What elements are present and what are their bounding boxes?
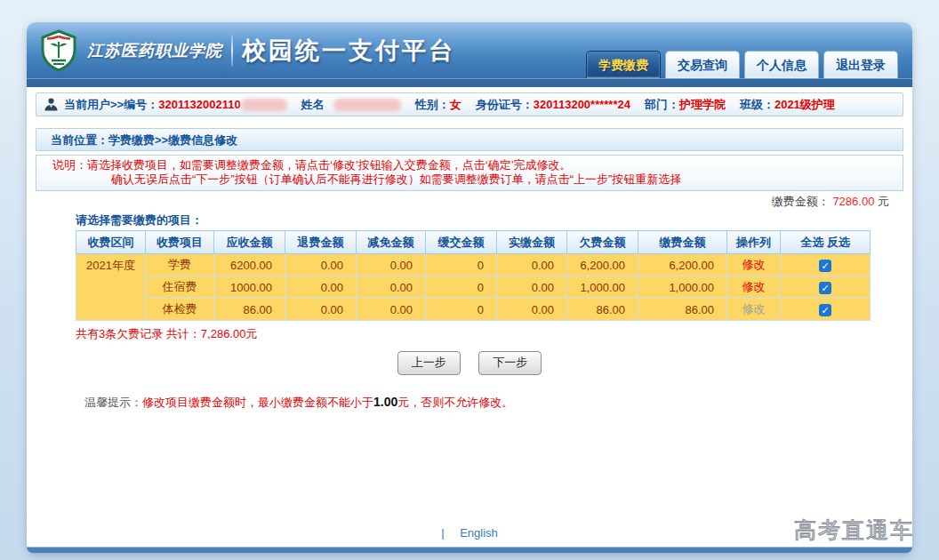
col-select: 全选 反选 (781, 231, 871, 254)
next-step-button[interactable]: 下一步 (478, 351, 542, 375)
select-all-link[interactable]: 全选 (800, 236, 823, 249)
row-checkbox-checked[interactable]: ✓ (819, 304, 831, 316)
payment-total-label: 缴费金额： (772, 195, 830, 208)
platform-title: 校园统一支付平台 (242, 35, 455, 67)
user-info-bar: 当前用户>>编号： 3201132002110 姓名 性别： 女 身份证号： 3… (36, 92, 903, 116)
brand-divider (231, 35, 233, 67)
col-payment: 缴费金额 (638, 231, 727, 254)
user-id-value: 3201132002110 (158, 98, 241, 111)
row-checkbox-checked[interactable]: ✓ (819, 282, 831, 294)
notice-line1: 说明：请选择收费项目，如需要调整缴费金额，请点击‘修改’按钮输入交费金额，点击‘… (36, 158, 903, 172)
item-cell: 学费 (146, 254, 214, 276)
school-name: 江苏医药职业学院 (87, 40, 222, 61)
dept-label: 部门： (645, 97, 679, 113)
col-owed: 欠费金额 (567, 231, 638, 254)
table-caption: 请选择需要缴费的项目： (76, 212, 903, 228)
col-item: 收费项目 (146, 231, 214, 254)
modify-link[interactable]: 修改 (742, 258, 766, 271)
tip-text-before: 修改项目缴费金额时，最小缴费金额不能小于 (142, 396, 373, 409)
header-strip (27, 78, 912, 87)
period-cell: 2021年度 (76, 254, 146, 321)
paid-cell: 0.00 (497, 299, 567, 321)
arrears-summary: 共有3条欠费记录 共计：7,286.00元 (76, 326, 903, 342)
table-row: 住宿费 1000.00 0.00 0.00 0 0.00 1,000.00 1,… (76, 276, 871, 299)
redacted-name (333, 99, 401, 111)
tab-transaction-query[interactable]: 交易查询 (665, 51, 740, 78)
owed-cell: 6,200.00 (567, 254, 638, 276)
nav-tabs: 学费缴费 交易查询 个人信息 退出登录 (582, 51, 898, 78)
redacted-id (241, 99, 287, 111)
refund-cell: 0.00 (285, 299, 357, 321)
tab-personal-info[interactable]: 个人信息 (744, 51, 819, 78)
main-window: 江苏医药职业学院 校园统一支付平台 学费缴费 交易查询 个人信息 退出登录 当前… (27, 22, 912, 553)
breadcrumb: 当前位置：学费缴费>>缴费信息修改 (36, 128, 903, 151)
notice-box: 说明：请选择收费项目，如需要调整缴费金额，请点击‘修改’按钮输入交费金额，点击‘… (36, 155, 903, 191)
content: 当前用户>>编号： 3201132002110 姓名 性别： 女 身份证号： 3… (27, 87, 912, 411)
prev-step-button[interactable]: 上一步 (397, 351, 461, 375)
item-cell: 体检费 (146, 299, 214, 321)
user-id-label: 当前用户>>编号： (64, 97, 158, 113)
table-row: 2021年度 学费 6200.00 0.00 0.00 0 0.00 6,200… (76, 254, 871, 276)
gender-value: 女 (450, 97, 461, 113)
watermark: 高考直通车 (794, 516, 914, 545)
deferred-cell: 0 (426, 254, 497, 276)
row-checkbox-checked[interactable]: ✓ (819, 260, 831, 272)
bottom-bar (27, 547, 912, 553)
deduction-cell: 0.00 (357, 276, 426, 299)
fee-table: 收费区间 收费项目 应收金额 退费金额 减免金额 缓交金额 实缴金额 欠费金额 … (76, 230, 871, 321)
english-link[interactable]: English (460, 526, 498, 540)
refund-cell: 0.00 (285, 276, 357, 299)
footer-divider: | (441, 526, 444, 540)
dept-value: 护理学院 (679, 97, 726, 113)
header: 江苏医药职业学院 校园统一支付平台 学费缴费 交易查询 个人信息 退出登录 (27, 22, 912, 78)
col-period: 收费区间 (76, 231, 146, 254)
item-cell: 住宿费 (146, 276, 214, 299)
tab-tuition-payment[interactable]: 学费缴费 (586, 51, 661, 78)
payment-cell: 86.00 (638, 299, 727, 321)
school-logo-icon (39, 29, 78, 72)
refund-cell: 0.00 (285, 254, 357, 276)
class-value: 2021级护理 (774, 97, 835, 113)
table-row: 体检费 86.00 0.00 0.00 0 0.00 86.00 86.00 修… (76, 299, 871, 321)
payment-total: 缴费金额： 7286.00 元 (36, 194, 903, 210)
col-refund: 退费金额 (285, 231, 357, 254)
owed-cell: 86.00 (567, 299, 638, 321)
deferred-cell: 0 (426, 299, 497, 321)
tab-logout[interactable]: 退出登录 (823, 51, 898, 78)
tip-label: 温馨提示： (84, 396, 142, 409)
receivable-cell: 86.00 (214, 299, 285, 321)
col-deferred: 缓交金额 (426, 231, 497, 254)
paid-cell: 0.00 (497, 254, 567, 276)
idcard-label: 身份证号： (476, 97, 534, 113)
payment-total-unit: 元 (878, 195, 889, 208)
notice-line2: 确认无误后点击“下一步”按钮（订单确认后不能再进行修改）如需要调整缴费订单，请点… (36, 172, 903, 187)
tip-amount: 1.00 (373, 395, 397, 409)
col-paid: 实缴金额 (497, 231, 567, 254)
name-label: 姓名 (301, 97, 325, 113)
deduction-cell: 0.00 (357, 299, 426, 321)
gender-label: 性别： (415, 97, 450, 113)
deferred-cell: 0 (426, 276, 497, 299)
tip-line: 温馨提示：修改项目缴费金额时，最小缴费金额不能小于1.00元，否则不允许修改。 (84, 395, 903, 411)
step-buttons: 上一步 下一步 (36, 351, 903, 375)
payment-cell: 6,200.00 (638, 254, 727, 276)
deduction-cell: 0.00 (357, 254, 426, 276)
brand: 江苏医药职业学院 校园统一支付平台 (39, 29, 455, 72)
table-header-row: 收费区间 收费项目 应收金额 退费金额 减免金额 缓交金额 实缴金额 欠费金额 … (76, 231, 871, 254)
class-label: 班级： (740, 97, 774, 113)
payment-total-value: 7286.00 (832, 195, 874, 208)
modify-link[interactable]: 修改 (742, 280, 766, 293)
tip-text-after: 元，否则不允许修改。 (397, 396, 513, 409)
col-action: 操作列 (727, 231, 781, 254)
receivable-cell: 1000.00 (214, 276, 285, 299)
user-icon (44, 97, 59, 112)
modify-link-disabled: 修改 (742, 302, 766, 316)
paid-cell: 0.00 (497, 276, 567, 299)
receivable-cell: 6200.00 (214, 254, 285, 276)
invert-select-link[interactable]: 反选 (827, 236, 850, 249)
owed-cell: 1,000.00 (567, 276, 638, 299)
footer: | English (27, 526, 912, 540)
col-receivable: 应收金额 (214, 231, 285, 254)
col-deduction: 减免金额 (357, 231, 426, 254)
payment-cell: 1,000.00 (638, 276, 727, 299)
